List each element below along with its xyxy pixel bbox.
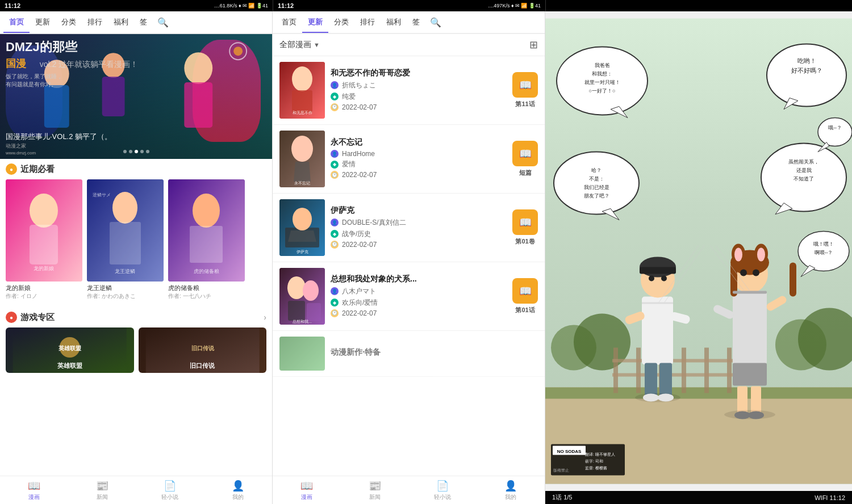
reader-status-bar: 1话 1/5 WIFI 11:12 xyxy=(545,491,852,504)
update-author-4: 八木户マト xyxy=(342,287,376,296)
reader-content[interactable]: 吃哟！ 好不好嗎？ 我爸爸 和我想： 就里一对只嗺！ ○一好了！○ 哈？ 不是：… xyxy=(545,11,852,491)
manga-tab-icon: 📖 xyxy=(28,480,40,492)
home-tab-category[interactable]: 分类 xyxy=(56,12,82,32)
manga-card-3[interactable]: 虎的储备粮 虎的储备粮 作者: 一七八ハチ xyxy=(168,179,245,300)
game-arrow[interactable]: › xyxy=(264,313,266,322)
svg-text:总想和我...: 总想和我... xyxy=(292,320,312,324)
svg-text:逆鳞サメ: 逆鳞サメ xyxy=(93,192,111,198)
svg-point-38 xyxy=(291,136,313,162)
svg-text:龙的新娘: 龙的新娘 xyxy=(34,266,54,271)
update-btab-novel[interactable]: 📄 轻小说 xyxy=(409,476,477,504)
genre-icon-3: ◆ xyxy=(331,230,339,238)
manga-page-svg: 吃哟！ 好不好嗎？ 我爸爸 和我想： 就里一对只嗺！ ○一好了！○ 哈？ 不是：… xyxy=(545,11,852,491)
svg-text:和无恶不作: 和无恶不作 xyxy=(293,111,312,115)
home-tab-rank[interactable]: 排行 xyxy=(82,12,108,32)
genre-icon-2: ◆ xyxy=(331,161,339,169)
svg-text:啊喂--？: 啊喂--？ xyxy=(815,250,833,255)
filter-button[interactable]: 全部漫画 ▼ xyxy=(279,40,320,50)
svg-rect-83 xyxy=(790,263,796,297)
update-meta-date-4: 🕐 2022-02-07 xyxy=(331,309,507,317)
svg-text:旧口传说: 旧口传说 xyxy=(191,345,214,351)
home-tab-welfare[interactable]: 福利 xyxy=(108,12,134,32)
svg-point-98 xyxy=(767,44,846,107)
svg-rect-1 xyxy=(184,82,212,128)
status-signal-left: ....61.8K/s ♦ ✉ 📶 🔋41 xyxy=(214,3,268,9)
update-cover-3: 伊萨克 xyxy=(279,199,325,256)
home-banner[interactable]: DMZJ的那些 国漫 vol.2 过年就该躺平看漫画！ 饭了就吃，果了就睡， 有… xyxy=(0,34,272,159)
update-item-5[interactable]: 动漫新作·特备 xyxy=(273,331,545,377)
svg-text:哦！嘿！: 哦！嘿！ xyxy=(813,241,834,247)
svg-text:和我想：: 和我想： xyxy=(592,71,612,77)
svg-rect-35 xyxy=(292,90,312,113)
status-time-left: 11:12 xyxy=(5,2,20,9)
update-badge-2: 📖 短篇 xyxy=(512,141,538,177)
svg-text:版権禁止: 版権禁止 xyxy=(553,468,569,472)
update-tab-category[interactable]: 分类 xyxy=(328,12,354,32)
svg-point-108 xyxy=(554,152,639,215)
game-icon: ● xyxy=(6,312,17,323)
svg-text:哦--？: 哦--？ xyxy=(828,125,842,131)
svg-rect-66 xyxy=(642,297,673,365)
update-item-2[interactable]: 永不忘记 永不忘记 👤 HardHome ◆ 爱情 🕐 2022 xyxy=(273,125,545,194)
home-btab-news[interactable]: 📰 新闻 xyxy=(68,476,136,504)
update-info-3: 伊萨克 👤 DOUBLE-S/真刘信二 ◆ 战争/历史 🕐 2022-02-07 xyxy=(331,205,507,250)
svg-rect-91 xyxy=(733,363,767,386)
svg-point-46 xyxy=(287,276,306,299)
update-date-3: 2022-02-07 xyxy=(342,241,377,249)
svg-rect-53 xyxy=(545,388,852,399)
svg-rect-63 xyxy=(727,348,732,393)
game-card-2[interactable]: 旧口传说 旧口传说 xyxy=(139,327,267,373)
update-mine-icon: 👤 xyxy=(504,480,517,492)
update-tab-welfare[interactable]: 福利 xyxy=(381,12,407,32)
svg-rect-26 xyxy=(190,226,223,263)
update-info-1: 和无恶不作的哥哥恋爱 👤 折纸ちょこ ◆ 纯爱 🕐 2022-02-07 xyxy=(331,68,507,113)
badge-text-1: 第11话 xyxy=(515,100,534,108)
update-badge-3: 📖 第01卷 xyxy=(512,209,538,246)
home-tab-sign[interactable]: 签 xyxy=(134,12,153,32)
update-btab-manga[interactable]: 📖 漫画 xyxy=(273,476,341,504)
update-genre-2: 爱情 xyxy=(342,159,356,169)
home-search-icon[interactable]: 🔍 xyxy=(153,12,173,32)
svg-rect-74 xyxy=(659,363,672,397)
svg-text:DMZJ的那些: DMZJ的那些 xyxy=(6,40,78,54)
update-item-3[interactable]: 伊萨克 伊萨克 👤 DOUBLE-S/真刘信二 ◆ 战争/历史 🕐 xyxy=(273,194,545,262)
date-icon-1: 🕐 xyxy=(331,103,339,111)
svg-rect-21 xyxy=(110,222,141,264)
game-card-1[interactable]: 英雄联盟 英雄联盟 xyxy=(6,327,134,373)
svg-point-43 xyxy=(293,208,312,230)
home-tab-manga[interactable]: 首页 xyxy=(3,12,30,32)
update-search-icon[interactable]: 🔍 xyxy=(425,12,446,32)
update-btab-news[interactable]: 📰 新闻 xyxy=(341,476,409,504)
update-cover-1: 和无恶不作 xyxy=(279,62,325,119)
update-tab-home[interactable]: 首页 xyxy=(276,12,302,32)
reader-wifi-status: WIFI 11:12 xyxy=(815,494,845,501)
home-bottom-tabs: 📖 漫画 📰 新闻 📄 轻小说 👤 我的 xyxy=(0,476,272,504)
update-badge-1: 📖 第11话 xyxy=(512,72,538,108)
home-btab-manga[interactable]: 📖 漫画 xyxy=(0,476,68,504)
home-tab-update[interactable]: 更新 xyxy=(30,12,56,32)
status-signal-right: ....497K/s ♦ ✉ 📶 🔋41 xyxy=(488,3,541,9)
update-item-4[interactable]: 总想和我... 总想和我处对象的犬系... 👤 八木户マト ◆ 欢乐向/爱情 🕐 xyxy=(273,262,545,331)
svg-rect-72 xyxy=(642,303,673,304)
svg-point-71 xyxy=(661,276,667,282)
update-item-1[interactable]: 和无恶不作 和无恶不作的哥哥恋爱 👤 折纸ちょこ ◆ 纯爱 🕐 xyxy=(273,56,545,125)
home-btab-novel[interactable]: 📄 轻小说 xyxy=(136,476,204,504)
filter-bar: 全部漫画 ▼ ⊞ xyxy=(273,34,545,56)
update-tab-sign[interactable]: 签 xyxy=(407,12,425,32)
update-btab-mine[interactable]: 👤 我的 xyxy=(477,476,545,504)
update-tab-rank[interactable]: 排行 xyxy=(354,12,381,32)
grid-view-icon[interactable]: ⊞ xyxy=(529,39,538,51)
update-date-2: 2022-02-07 xyxy=(342,171,377,179)
manga-card-1[interactable]: 龙的新娘 龙的新娘 作者: イロノ xyxy=(6,179,82,300)
update-info-2: 永不忘记 👤 HardHome ◆ 爱情 🕐 2022-02-07 xyxy=(331,137,507,180)
banner-dots xyxy=(123,150,149,153)
svg-rect-3 xyxy=(44,85,69,128)
update-meta-genre-4: ◆ 欢乐向/爱情 xyxy=(331,298,507,308)
update-meta-date-1: 🕐 2022-02-07 xyxy=(331,103,507,111)
manga-card-2[interactable]: 逆鳞サメ 龙王逆鳞 龙王逆鳞 作者: かわのあきこ xyxy=(87,179,164,300)
svg-text:好不好嗎？: 好不好嗎？ xyxy=(791,67,822,74)
home-btab-mine[interactable]: 👤 我的 xyxy=(204,476,272,504)
update-tab-update[interactable]: 更新 xyxy=(302,12,328,32)
update-genre-4: 欢乐向/爱情 xyxy=(342,298,378,308)
svg-text:嵌字: 司和: 嵌字: 司和 xyxy=(585,459,603,463)
